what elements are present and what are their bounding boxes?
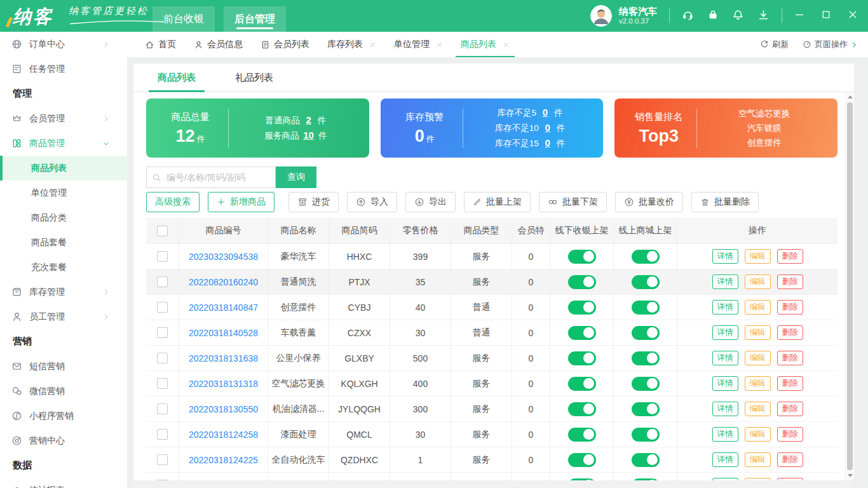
detail-button[interactable]: 详情 [712, 452, 738, 467]
add-product-button[interactable]: 新增商品 [208, 192, 275, 212]
edit-button[interactable]: 编辑 [745, 325, 771, 340]
delete-button[interactable]: 删除 [777, 300, 803, 315]
page-operations-button[interactable]: 页面操作 [803, 39, 858, 50]
online-shelf-toggle[interactable] [632, 275, 660, 289]
tab-product-list[interactable]: 商品列表 [452, 32, 519, 57]
online-shelf-toggle[interactable] [632, 250, 660, 264]
export-button[interactable]: 导出 [405, 192, 456, 212]
delete-button[interactable]: 删除 [777, 351, 803, 365]
sidebar-subitem-product-package[interactable]: 商品套餐 [0, 230, 127, 255]
lock-icon[interactable] [707, 9, 719, 23]
edit-button[interactable]: 编辑 [745, 274, 771, 289]
refresh-button[interactable]: 刷新 [760, 39, 789, 50]
product-code-link[interactable]: 20220820160240 [189, 277, 258, 287]
select-all-checkbox[interactable] [157, 226, 168, 236]
import-button[interactable]: 导入 [347, 192, 397, 212]
sidebar-item-miniapp-marketing[interactable]: 小程序营销 [0, 403, 127, 428]
purchase-button[interactable]: 进货 [288, 192, 339, 212]
offline-shelf-toggle[interactable] [568, 275, 596, 289]
sidebar-item-member-management[interactable]: 会员管理 [0, 106, 127, 131]
scroll-down-arrow-icon[interactable] [848, 474, 853, 477]
query-button[interactable]: 查询 [276, 166, 316, 188]
offline-shelf-toggle[interactable] [568, 326, 596, 340]
sidebar-item-task-management[interactable]: 任务管理 [0, 57, 127, 81]
tab-unit-management[interactable]: 单位管理 [385, 32, 452, 57]
detail-button[interactable]: 详情 [712, 402, 738, 416]
scrollbar-thumb[interactable] [847, 102, 853, 470]
online-shelf-toggle[interactable] [632, 428, 660, 442]
delete-button[interactable]: 删除 [777, 452, 803, 467]
row-checkbox[interactable] [157, 403, 168, 414]
product-code-link[interactable]: 20220318131318 [189, 379, 258, 389]
online-shelf-toggle[interactable] [632, 402, 660, 416]
sidebar-subitem-product-list[interactable]: 商品列表 [0, 156, 127, 180]
batch-off-shelf-button[interactable]: 批量下架 [539, 192, 607, 212]
online-shelf-toggle[interactable] [632, 351, 660, 365]
edit-button[interactable]: 编辑 [745, 452, 771, 467]
mode-tab-front-cashier[interactable]: 前台收银 [153, 6, 215, 32]
online-shelf-toggle[interactable] [632, 301, 660, 315]
minimize-button[interactable] [794, 10, 804, 22]
edit-button[interactable]: 编辑 [745, 427, 771, 442]
search-input[interactable] [165, 172, 270, 183]
product-code-link[interactable]: 20220318140528 [189, 328, 258, 338]
tab-member-info[interactable]: 会员信息 [185, 32, 252, 57]
maximize-button[interactable] [821, 10, 831, 22]
detail-button[interactable]: 详情 [712, 427, 738, 442]
row-checkbox[interactable] [157, 378, 168, 389]
sidebar-item-staff-management[interactable]: 员工管理 [0, 304, 127, 329]
delete-button[interactable]: 删除 [777, 274, 803, 289]
edit-button[interactable]: 编辑 [745, 376, 771, 391]
tab-inventory-list[interactable]: 库存列表 [318, 32, 385, 57]
close-tab-icon[interactable] [436, 41, 443, 48]
row-checkbox[interactable] [157, 353, 168, 363]
product-code-link[interactable]: 20220318131638 [189, 353, 258, 363]
sidebar-subitem-unit-management[interactable]: 单位管理 [0, 180, 127, 205]
offline-shelf-toggle[interactable] [568, 301, 596, 315]
sidebar-subitem-recharge-package[interactable]: 充次套餐 [0, 255, 127, 280]
row-checkbox[interactable] [157, 429, 168, 440]
detail-button[interactable]: 详情 [712, 351, 738, 365]
detail-button[interactable]: 详情 [712, 376, 738, 391]
delete-button[interactable]: 删除 [777, 402, 803, 416]
sidebar-item-statistics-report[interactable]: 统计报表 [0, 478, 127, 488]
vertical-scrollbar[interactable] [845, 92, 854, 480]
edit-button[interactable]: 编辑 [745, 300, 771, 315]
close-tab-icon[interactable] [369, 41, 376, 48]
content-tab-product-list[interactable]: 商品列表 [149, 64, 205, 92]
close-button[interactable] [848, 10, 858, 22]
sidebar-item-inventory-management[interactable]: 库存管理 [0, 280, 127, 304]
tab-home[interactable]: 首页 [136, 32, 185, 57]
edit-button[interactable]: 编辑 [745, 249, 771, 264]
delete-button[interactable]: 删除 [777, 427, 803, 442]
delete-button[interactable]: 删除 [777, 325, 803, 340]
avatar[interactable] [590, 5, 612, 27]
row-checkbox[interactable] [157, 276, 168, 287]
detail-button[interactable]: 详情 [712, 274, 738, 289]
product-code-link[interactable]: 20220318130550 [189, 404, 258, 414]
sidebar-item-marketing-center[interactable]: 营销中心 [0, 428, 127, 453]
content-tab-gift-list[interactable]: 礼品列表 [226, 64, 282, 92]
product-code-link[interactable]: 20220318124225 [189, 455, 258, 465]
delete-button[interactable]: 删除 [777, 376, 803, 391]
product-code-link[interactable]: 20220318124258 [189, 430, 258, 440]
horizontal-scrollbar[interactable] [133, 480, 854, 488]
mode-tab-backend-management[interactable]: 后台管理 [224, 6, 286, 32]
sidebar-item-sms-marketing[interactable]: 短信营销 [0, 354, 127, 379]
batch-delete-button[interactable]: 批量删除 [691, 192, 759, 212]
edit-button[interactable]: 编辑 [745, 351, 771, 365]
product-code-link[interactable]: 20220318140847 [189, 302, 258, 313]
row-checkbox[interactable] [157, 251, 168, 262]
online-shelf-toggle[interactable] [632, 326, 660, 340]
offline-shelf-toggle[interactable] [568, 428, 596, 442]
notification-icon[interactable] [732, 9, 744, 24]
offline-shelf-toggle[interactable] [568, 250, 596, 264]
online-shelf-toggle[interactable] [632, 453, 660, 467]
detail-button[interactable]: 详情 [712, 249, 738, 264]
sidebar-item-wechat-marketing[interactable]: 微信营销 [0, 379, 127, 403]
offline-shelf-toggle[interactable] [568, 377, 596, 391]
batch-on-shelf-button[interactable]: 批量上架 [464, 192, 531, 212]
product-code-link[interactable]: 20230323094538 [189, 252, 258, 262]
download-icon[interactable] [757, 9, 770, 24]
online-shelf-toggle[interactable] [632, 377, 660, 391]
